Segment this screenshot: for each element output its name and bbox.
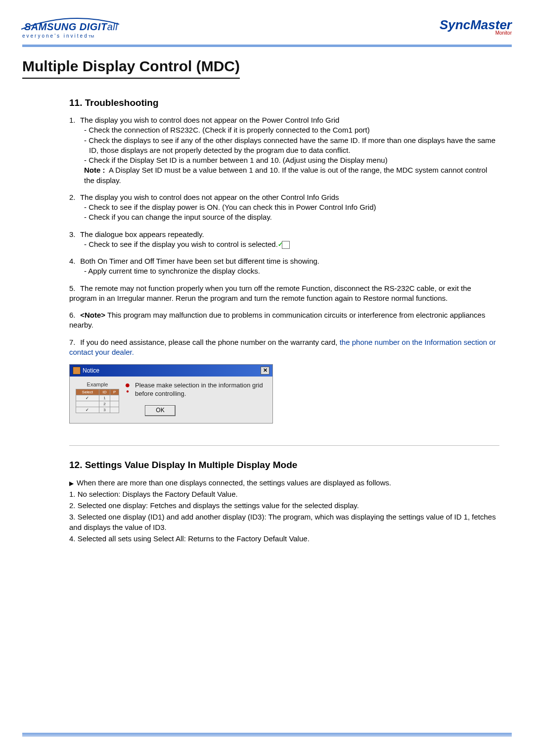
footer-rule [22,733,512,737]
dialog-title: Notice [83,367,99,374]
page-header: SAMSUNG DIGITall everyone's invitedTM Sy… [22,17,512,39]
samsung-logo: SAMSUNG DIGITall everyone's invitedTM [22,17,121,39]
troubleshooting-item-2: 2. The display you wish to control does … [69,192,499,223]
brand-text: SAMSUNG DIGITall [24,21,118,32]
close-icon[interactable]: ✕ [261,367,269,375]
troubleshooting-item-6: 6. <Note> This program may malfunction d… [69,310,499,331]
settings-value-list: ▶When there are more than one displays c… [69,477,499,544]
section-heading: 12. Settings Value Display In Multiple D… [69,460,499,471]
troubleshooting-item-5: 5. The remote may not function properly … [69,284,499,304]
page-title: Multiple Display Control (MDC) [22,58,240,79]
section-divider [69,445,499,446]
troubleshooting-item-1: 1. The display you wish to control does … [69,115,499,186]
notice-dialog-screenshot: Notice ✕ Example Select ID P ✓1 2 ✓ [69,364,273,424]
dialog-app-icon [73,367,81,375]
header-rule [22,45,512,47]
example-table: Select ID P ✓1 2 ✓3 [76,389,119,413]
ok-button[interactable]: OK [145,405,176,416]
troubleshooting-item-3: 3. The dialogue box appears repeatedly. … [69,230,499,250]
example-panel: Example Select ID P ✓1 2 ✓3 [76,381,119,413]
section-troubleshooting: 11. Troubleshooting 1. The display you w… [69,97,499,544]
troubleshooting-item-7: 7. If you do need assistance, please cal… [69,337,499,358]
bullet-arrow-icon: ▶ [69,480,74,487]
dialog-message: Please make selection in the information… [135,381,267,398]
warning-icon: ● ● [125,381,130,394]
troubleshooting-item-4: 4. Both On Timer and Off Timer have been… [69,256,499,277]
checkbox-icon [282,241,290,249]
dialog-titlebar: Notice ✕ [70,365,272,377]
section-heading: 11. Troubleshooting [69,97,499,108]
syncmaster-logo: SyncMaster Monitor [440,17,512,33]
